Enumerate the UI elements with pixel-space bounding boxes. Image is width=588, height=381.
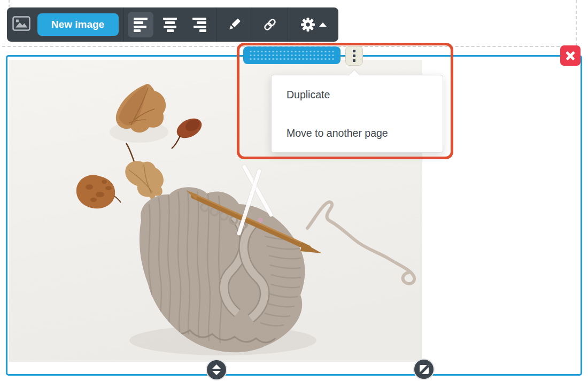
- link-icon: [262, 17, 278, 32]
- align-right-icon: [192, 18, 206, 32]
- align-center-button[interactable]: [157, 12, 183, 37]
- new-image-button[interactable]: New image: [37, 13, 119, 36]
- resize-corner-handle[interactable]: [413, 359, 435, 380]
- delete-element-button[interactable]: [560, 45, 581, 66]
- image-toolbar: New image: [7, 7, 338, 42]
- resize-height-handle[interactable]: [206, 359, 227, 380]
- arrow-down-icon: [212, 371, 221, 375]
- menu-item-move-to-another-page[interactable]: Move to another page: [272, 114, 443, 152]
- image-icon: [12, 16, 30, 33]
- toolbar-segment-image: New image: [7, 7, 123, 42]
- settings-button[interactable]: [300, 17, 327, 32]
- kebab-icon: [353, 50, 355, 52]
- align-left-button[interactable]: [128, 12, 153, 37]
- toolbar-segment-align: [123, 7, 216, 42]
- section-dashed-border-right: [576, 0, 577, 46]
- align-center-icon: [163, 18, 177, 32]
- arrow-up-icon: [212, 364, 221, 369]
- more-options-button[interactable]: [345, 46, 363, 66]
- caret-up-icon: [319, 22, 327, 27]
- gear-icon: [300, 17, 315, 32]
- context-menu: Duplicate Move to another page: [271, 75, 443, 153]
- edit-button[interactable]: [227, 17, 242, 32]
- diagonal-resize-icon: [420, 365, 429, 374]
- align-left-icon: [134, 18, 148, 32]
- drag-handle-dots-icon: [249, 50, 335, 60]
- toolbar-segment-link: [252, 7, 288, 42]
- link-button[interactable]: [262, 17, 278, 32]
- editor-canvas: Duplicate Move to another page New image: [0, 0, 588, 381]
- close-icon: [565, 50, 576, 61]
- drag-handle[interactable]: [243, 46, 341, 64]
- toolbar-segment-edit: [216, 7, 252, 42]
- section-dashed-border-left: [9, 0, 10, 7]
- toolbar-segment-settings: [288, 7, 338, 42]
- align-right-button[interactable]: [187, 12, 212, 37]
- menu-item-duplicate[interactable]: Duplicate: [272, 75, 443, 114]
- pencil-icon: [227, 17, 242, 32]
